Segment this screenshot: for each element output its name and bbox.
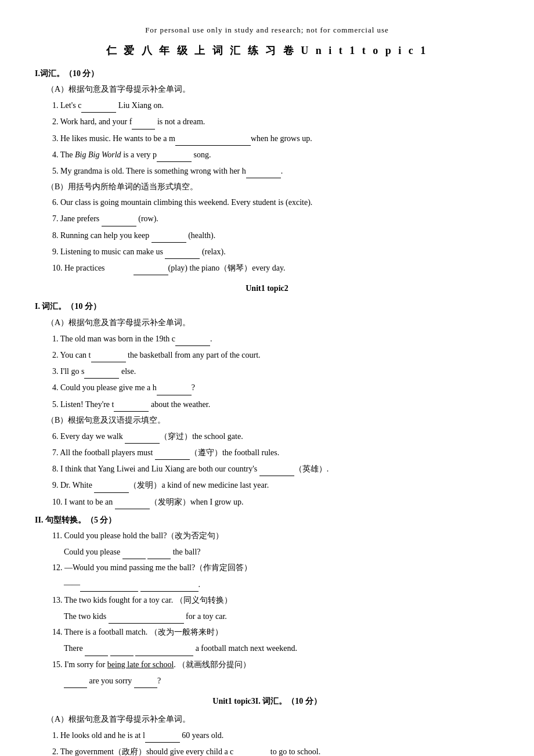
blank — [114, 397, 149, 412]
blank — [157, 147, 192, 162]
blank — [115, 494, 150, 509]
blank — [134, 260, 168, 275]
list-item: 10. I want to be an （发明家）when I grow up. — [52, 494, 499, 509]
page-title: 仁 爱 八 年 级 上 词 汇 练 习 卷 U n i t 1 t o p i … — [35, 41, 499, 60]
list-item: 7. Jane prefers (row). — [52, 211, 499, 226]
list-item: 1. He looks old and he is at l 60 years … — [52, 728, 499, 743]
blank — [259, 461, 294, 476]
list-item: 11. Could you please hold the ball?（改为否定… — [52, 528, 499, 543]
list-item: —— . — [64, 577, 499, 592]
list-item: 9. Dr. White （发明）a kind of new medicine … — [52, 477, 499, 492]
list-item: 2. You can t the basketball from any par… — [52, 347, 499, 362]
list-item: 2. The government（政府）should give every c… — [52, 744, 499, 756]
list-item: 5. Listen! They're t about the weather. — [52, 397, 499, 412]
blank — [81, 98, 116, 113]
blank — [110, 640, 134, 656]
list-item: There a football match next weekend. — [64, 640, 499, 656]
list-item: 3. I'll go s else. — [52, 363, 499, 379]
section2-header: I. 词汇。（10 分） — [35, 299, 499, 314]
list-item: 10. He practices (play) the piano（钢琴）eve… — [52, 260, 499, 275]
list-item: 15. I'm sorry for being late for school.… — [52, 657, 499, 672]
section2-partB-header: （B）根据句意及汉语提示填空。 — [46, 413, 499, 427]
blank — [94, 477, 129, 492]
blank — [147, 544, 171, 559]
list-item: 8. Running can help you keep (health). — [52, 228, 499, 243]
blank — [132, 114, 155, 129]
section1-partA-header: （A）根据句意及首字母提示补全单词。 — [46, 82, 499, 96]
list-item: 1. The old man was born in the 19th c . — [52, 331, 499, 346]
blank — [157, 380, 192, 395]
list-item: 3. He likes music. He wants to be a m wh… — [52, 131, 499, 146]
list-item: 13. The two kids fought for a toy car. （… — [52, 593, 499, 607]
blank — [134, 673, 157, 688]
blank — [91, 347, 126, 362]
list-item: 4. The Big Big World is a very p song. — [52, 147, 499, 162]
list-item: The two kids for a toy car. — [64, 609, 499, 624]
unit-divider-2: Unit1 topic3I. 词汇。（10 分） — [35, 694, 499, 708]
watermark: For personal use only in study and resea… — [35, 23, 499, 37]
section3-header: II. 句型转换。（5 分） — [35, 513, 499, 527]
list-item: 6. Our class is going mountain climbing … — [52, 195, 499, 210]
blank — [125, 429, 160, 444]
list-item: 9. Listening to music can make us (relax… — [52, 244, 499, 259]
list-item: 6. Every day we walk （穿过）the school gate… — [52, 429, 499, 444]
blank — [151, 228, 186, 243]
blank — [140, 577, 199, 592]
blank — [135, 640, 193, 656]
section4-partA-header: （A）根据句意及首字母提示补全单词。 — [46, 712, 499, 726]
section2-partA-header: （A）根据句意及首字母提示补全单词。 — [46, 315, 499, 330]
blank — [233, 744, 268, 756]
section1-header: I.词汇。（10 分） — [35, 66, 499, 81]
list-item: 14. There is a football match. （改为一般将来时） — [52, 625, 499, 639]
unit-divider-1: Unit1 topic2 — [35, 281, 499, 296]
blank — [85, 640, 108, 656]
blank — [145, 728, 180, 743]
blank — [155, 445, 190, 460]
list-item: 5. My grandma is old. There is something… — [52, 163, 499, 178]
blank — [64, 673, 87, 688]
list-item: 8. I think that Yang Liwei and Liu Xiang… — [52, 461, 499, 476]
list-item: 2. Work hard, and your f is not a dream. — [52, 114, 499, 129]
blank — [109, 609, 184, 624]
blank — [246, 163, 281, 178]
list-item: are you sorry ? — [64, 673, 499, 688]
list-item: Could you please the ball? — [64, 544, 499, 559]
blank — [102, 211, 136, 226]
blank — [84, 363, 119, 379]
section1-partB-header: （B）用括号内所给单词的适当形式填空。 — [46, 179, 499, 194]
blank — [165, 244, 200, 259]
list-item: 4. Could you please give me a h ? — [52, 380, 499, 395]
blank — [80, 577, 138, 592]
blank — [122, 544, 146, 559]
list-item: 1. Let's c Liu Xiang on. — [52, 98, 499, 113]
blank — [175, 331, 210, 346]
blank — [175, 131, 251, 146]
list-item: 7. All the football players must （遵守）the… — [52, 445, 499, 460]
list-item: 12. —Would you mind passing me the ball?… — [52, 560, 499, 575]
